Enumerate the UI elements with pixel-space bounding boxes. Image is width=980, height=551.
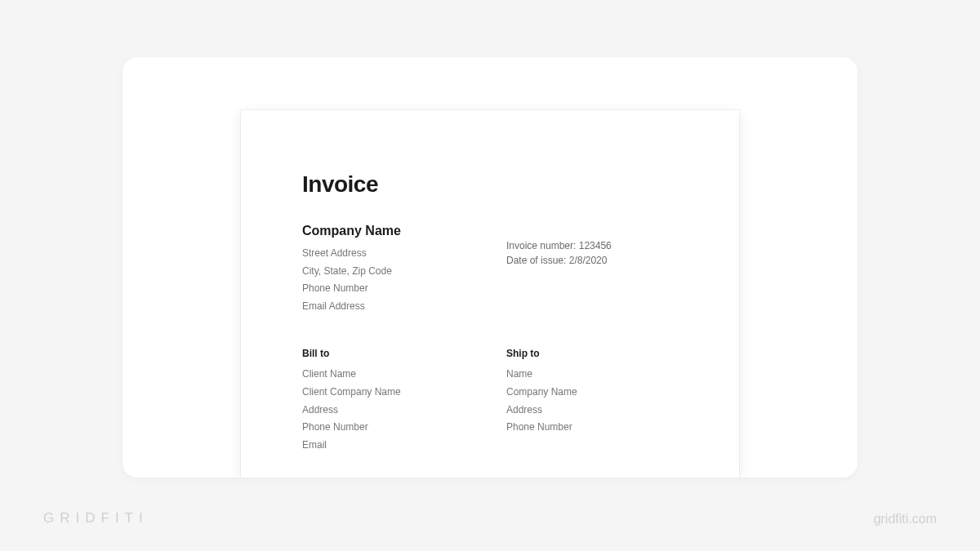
- bill-to-email: Email: [302, 437, 474, 455]
- invoice-number: Invoice number: 123456: [506, 238, 678, 253]
- preview-card: Invoice Company Name Street Address City…: [122, 57, 858, 478]
- bill-to-address: Address: [302, 402, 474, 420]
- watermark-url: gridfiti.com: [874, 512, 937, 527]
- ship-to-address: Address: [506, 402, 678, 420]
- invoice-meta: Invoice number: 123456 Date of issue: 2/…: [506, 224, 678, 315]
- ship-to-title: Ship to: [506, 348, 678, 359]
- header-row: Company Name Street Address City, State,…: [302, 224, 678, 315]
- page-title: Invoice: [302, 171, 678, 198]
- watermark-brand: GRIDFITI: [43, 510, 149, 527]
- company-email: Email Address: [302, 298, 474, 316]
- bill-to-company: Client Company Name: [302, 384, 474, 402]
- bill-to-phone: Phone Number: [302, 419, 474, 437]
- company-street: Street Address: [302, 245, 474, 263]
- ship-to-block: Ship to Name Company Name Address Phone …: [506, 348, 678, 454]
- company-city: City, State, Zip Code: [302, 263, 474, 281]
- invoice-document: Invoice Company Name Street Address City…: [241, 110, 739, 478]
- company-phone: Phone Number: [302, 280, 474, 298]
- company-block: Company Name Street Address City, State,…: [302, 224, 474, 315]
- ship-to-company: Company Name: [506, 384, 678, 402]
- bill-to-name: Client Name: [302, 366, 474, 384]
- addresses-row: Bill to Client Name Client Company Name …: [302, 348, 678, 454]
- ship-to-phone: Phone Number: [506, 419, 678, 437]
- bill-to-block: Bill to Client Name Client Company Name …: [302, 348, 474, 454]
- ship-to-name: Name: [506, 366, 678, 384]
- company-name: Company Name: [302, 224, 474, 238]
- bill-to-title: Bill to: [302, 348, 474, 359]
- invoice-date: Date of issue: 2/8/2020: [506, 253, 678, 268]
